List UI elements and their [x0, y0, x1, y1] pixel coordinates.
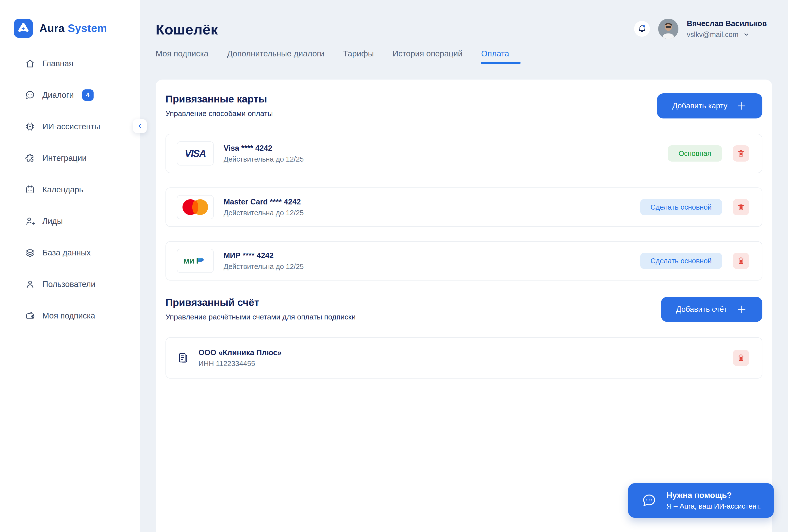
tab-tariffs[interactable]: Тарифы	[343, 49, 374, 64]
plus-icon	[736, 100, 747, 111]
chat-bubble-icon	[641, 492, 657, 509]
card-row-mir: МИ МИР **** 4242 Действительна до 12/25 …	[165, 241, 762, 280]
tabs-bar: Моя подписка Дополнительные диалоги Тари…	[156, 49, 772, 64]
sidebar-item-subscription[interactable]: Моя подписка	[0, 300, 140, 332]
account-section-subtitle: Управление расчётными счетами для оплаты…	[165, 313, 356, 321]
plus-icon	[736, 304, 747, 315]
make-primary-button[interactable]: Сделать основной	[640, 199, 722, 215]
app-root: Aura System Главная Диалоги 4 ИИ-ассисте…	[0, 0, 788, 532]
brand: Aura System	[14, 19, 140, 38]
card-title: МИР **** 4242	[223, 251, 303, 260]
chevron-left-icon	[136, 122, 143, 130]
trash-icon	[737, 203, 745, 211]
delete-card-button[interactable]	[733, 145, 749, 162]
brand-name: Aura System	[39, 22, 107, 35]
trash-icon	[737, 354, 745, 362]
sidebar-item-calendar[interactable]: Календарь	[0, 174, 140, 205]
sidebar-item-label: Моя подписка	[42, 311, 95, 320]
account-info: ООО «Клиника Плюс» ИНН 1122334455	[198, 348, 282, 368]
card-info: МИР **** 4242 Действительна до 12/25	[223, 251, 303, 271]
dialogs-count-badge: 4	[82, 90, 94, 101]
delete-card-button[interactable]	[733, 199, 749, 215]
card-title: Visa **** 4242	[223, 144, 303, 153]
sidebar-item-label: Календарь	[42, 185, 83, 194]
puzzle-icon	[25, 153, 36, 163]
svg-text:МИ: МИ	[183, 257, 194, 265]
sidebar-item-home[interactable]: Главная	[0, 48, 140, 79]
user-email: vslkv@mail.com	[687, 31, 738, 39]
account-row: ООО «Клиника Плюс» ИНН 1122334455	[165, 337, 762, 378]
sidebar-item-label: Диалоги	[42, 91, 74, 100]
cards-section-title: Привязанные карты	[165, 93, 273, 105]
cards-section-subtitle: Управление способами оплаты	[165, 110, 273, 118]
avatar[interactable]	[658, 19, 678, 39]
chat-widget-subtitle: Я – Aura, ваш ИИ-ассистент.	[667, 502, 761, 510]
card-row-visa: VISA Visa **** 4242 Действительна до 12/…	[165, 134, 762, 173]
tab-extra-dialogs[interactable]: Дополнительные диалоги	[227, 49, 324, 64]
accounts-list: ООО «Клиника Плюс» ИНН 1122334455	[165, 337, 762, 378]
delete-account-button[interactable]	[733, 350, 749, 366]
add-account-button[interactable]: Добавить счёт	[661, 297, 762, 322]
bell-icon	[637, 24, 647, 34]
sidebar-item-label: Главная	[42, 59, 73, 68]
mastercard-logo-icon	[177, 195, 214, 219]
help-chat-widget[interactable]: Нужна помощь? Я – Aura, ваш ИИ-ассистент…	[628, 483, 774, 518]
card-expiry: Действительна до 12/25	[223, 209, 303, 217]
card-expiry: Действительна до 12/25	[223, 262, 303, 271]
account-section: Привязанный счёт Управление расчётными с…	[165, 297, 762, 378]
account-section-header: Привязанный счёт Управление расчётными с…	[165, 297, 762, 322]
main-area: Кошелёк Моя подписка Дополнительные диал…	[140, 0, 788, 532]
sidebar-nav: Главная Диалоги 4 ИИ-ассистенты Интеграц…	[0, 48, 140, 332]
notifications-button[interactable]	[634, 21, 650, 37]
payment-panel: Привязанные карты Управление способами о…	[156, 80, 772, 532]
delete-card-button[interactable]	[733, 253, 749, 269]
cards-section-header: Привязанные карты Управление способами о…	[165, 93, 762, 118]
chat-icon	[25, 90, 36, 100]
wallet-icon	[25, 310, 36, 321]
sidebar-collapse-button[interactable]	[133, 119, 147, 133]
sidebar-item-label: База данных	[42, 248, 91, 257]
layers-icon	[25, 247, 36, 258]
trash-icon	[737, 149, 745, 158]
card-info: Visa **** 4242 Действительна до 12/25	[223, 144, 303, 163]
add-card-button[interactable]: Добавить карту	[657, 93, 762, 118]
account-title: ООО «Клиника Плюс»	[198, 348, 282, 357]
sidebar: Aura System Главная Диалоги 4 ИИ-ассисте…	[0, 0, 140, 532]
user-plus-icon	[25, 216, 36, 226]
calendar-icon	[25, 184, 36, 195]
user-name: Вячеслав Васильков	[687, 19, 767, 28]
primary-card-badge: Основная	[668, 145, 722, 162]
mir-logo-icon: МИ	[177, 249, 214, 273]
sidebar-item-database[interactable]: База данных	[0, 237, 140, 269]
sidebar-item-leads[interactable]: Лиды	[0, 205, 140, 237]
tab-payment[interactable]: Оплата	[481, 49, 509, 64]
card-expiry: Действительна до 12/25	[223, 155, 303, 163]
make-primary-button[interactable]: Сделать основной	[640, 253, 722, 269]
profile-menu-trigger[interactable]: vslkv@mail.com	[687, 31, 767, 39]
sidebar-item-label: Интеграции	[42, 154, 87, 163]
topbar: Вячеслав Васильков vslkv@mail.com	[634, 19, 767, 39]
tab-my-subscription[interactable]: Моя подписка	[156, 49, 208, 64]
cards-list: VISA Visa **** 4242 Действительна до 12/…	[165, 134, 762, 280]
chat-widget-title: Нужна помощь?	[667, 491, 761, 500]
tab-history[interactable]: История операций	[393, 49, 462, 64]
card-title: Master Card **** 4242	[223, 198, 303, 206]
chevron-down-icon	[743, 31, 750, 38]
visa-logo-icon: VISA	[177, 141, 214, 165]
user-icon	[25, 279, 36, 290]
invoice-icon	[177, 352, 190, 364]
sidebar-item-integrations[interactable]: Интеграции	[0, 142, 140, 174]
card-row-mastercard: Master Card **** 4242 Действительна до 1…	[165, 188, 762, 227]
sidebar-item-label: Пользователи	[42, 279, 95, 289]
sidebar-item-ai-assistants[interactable]: ИИ-ассистенты	[0, 111, 140, 142]
sidebar-item-label: ИИ-ассистенты	[42, 122, 100, 131]
chip-icon	[25, 121, 36, 132]
home-icon	[25, 58, 36, 69]
trash-icon	[737, 257, 745, 265]
sidebar-item-dialogs[interactable]: Диалоги 4	[0, 79, 140, 111]
aura-logo-icon	[14, 19, 33, 38]
card-info: Master Card **** 4242 Действительна до 1…	[223, 198, 303, 217]
account-inn: ИНН 1122334455	[198, 360, 282, 368]
sidebar-item-label: Лиды	[42, 216, 63, 226]
sidebar-item-users[interactable]: Пользователи	[0, 269, 140, 300]
